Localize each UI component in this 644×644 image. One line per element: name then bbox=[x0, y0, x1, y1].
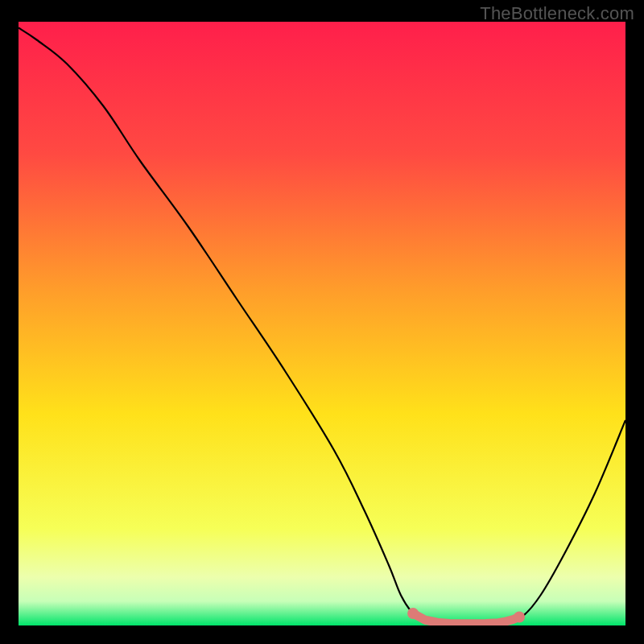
svg-point-2 bbox=[514, 612, 525, 623]
bottleneck-curve bbox=[19, 28, 625, 624]
chart-container: TheBottleneck.com bbox=[0, 0, 644, 644]
svg-point-1 bbox=[407, 608, 419, 619]
plot-area bbox=[19, 22, 625, 625]
watermark-text: TheBottleneck.com bbox=[480, 3, 634, 24]
highlight-band bbox=[407, 608, 525, 624]
curve-layer bbox=[19, 22, 625, 625]
